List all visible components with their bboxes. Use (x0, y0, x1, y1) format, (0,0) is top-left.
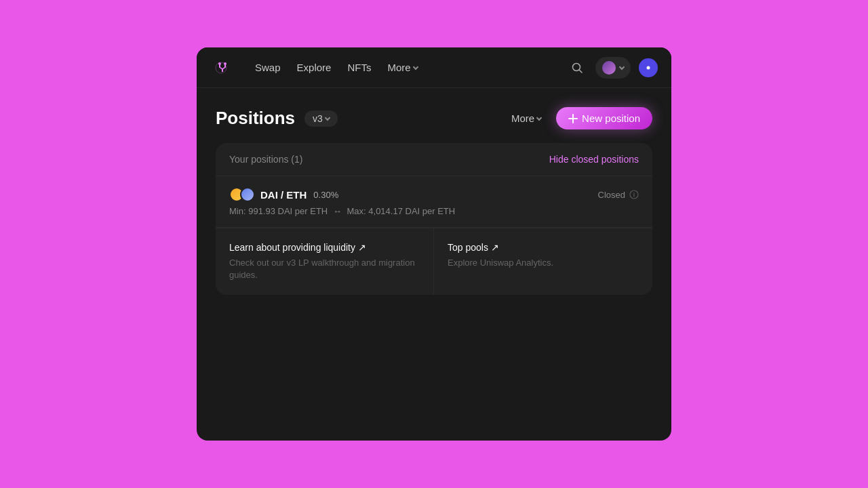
info-icon (629, 190, 639, 199)
info-section: Learn about providing liquidity ↗ Check … (216, 228, 652, 295)
navbar: Swap Explore NFTs More (197, 47, 671, 88)
new-position-button[interactable]: New position (556, 107, 652, 129)
navbar-right (567, 57, 658, 79)
chevron-down-icon (325, 115, 330, 120)
hide-closed-button[interactable]: Hide closed positions (549, 154, 639, 165)
chevron-down-icon (412, 64, 418, 69)
arrow-icon: ↔ (333, 206, 342, 216)
position-status: Closed (598, 190, 639, 200)
position-pair: DAI / ETH 0.30% (229, 187, 338, 202)
avatar (602, 61, 616, 75)
account-button[interactable] (595, 57, 631, 79)
position-range: Min: 991.93 DAI per ETH ↔ Max: 4,014.17 … (229, 206, 639, 216)
nav-swap[interactable]: Swap (248, 58, 288, 77)
more-button[interactable]: More (505, 108, 548, 128)
app-window: Swap Explore NFTs More (197, 47, 671, 441)
page-actions: More New position (505, 107, 652, 129)
info-desc-learn: Check out our v3 LP walkthrough and migr… (229, 257, 420, 281)
page-title: Positions (216, 108, 295, 129)
chevron-down-icon (619, 64, 625, 69)
positions-count: Your positions (1) (229, 154, 302, 165)
page-title-row: Positions v3 (216, 108, 338, 129)
info-desc-pools: Explore Uniswap Analytics. (448, 257, 639, 269)
position-item[interactable]: DAI / ETH 0.30% Closed Min: 991.93 DAI p… (216, 176, 652, 228)
info-block-learn[interactable]: Learn about providing liquidity ↗ Check … (216, 228, 434, 295)
status-label: Closed (598, 190, 625, 200)
svg-point-4 (647, 66, 650, 69)
info-title-pools: Top pools ↗ (448, 242, 639, 253)
info-title-learn: Learn about providing liquidity ↗ (229, 242, 420, 253)
logo[interactable] (210, 57, 232, 79)
pair-name: DAI / ETH (260, 189, 307, 201)
svg-point-2 (573, 63, 580, 70)
nav-nfts[interactable]: NFTs (340, 58, 378, 77)
search-button[interactable] (567, 58, 587, 78)
chevron-down-icon (536, 115, 542, 120)
network-button[interactable] (639, 58, 658, 77)
nav-explore[interactable]: Explore (290, 58, 338, 77)
token-icons (229, 187, 255, 202)
version-selector[interactable]: v3 (304, 110, 338, 127)
fee-badge: 0.30% (313, 190, 338, 200)
nav-more-button[interactable]: More (380, 58, 424, 77)
info-block-pools[interactable]: Top pools ↗ Explore Uniswap Analytics. (434, 228, 652, 295)
position-top: DAI / ETH 0.30% Closed (229, 187, 639, 202)
eth-icon (240, 187, 255, 202)
positions-header: Your positions (1) Hide closed positions (216, 143, 652, 176)
positions-card: Your positions (1) Hide closed positions… (216, 143, 652, 295)
page-header: Positions v3 More New position (216, 107, 652, 129)
main-content: Positions v3 More New position (197, 88, 671, 441)
nav-links: Swap Explore NFTs More (248, 58, 551, 77)
